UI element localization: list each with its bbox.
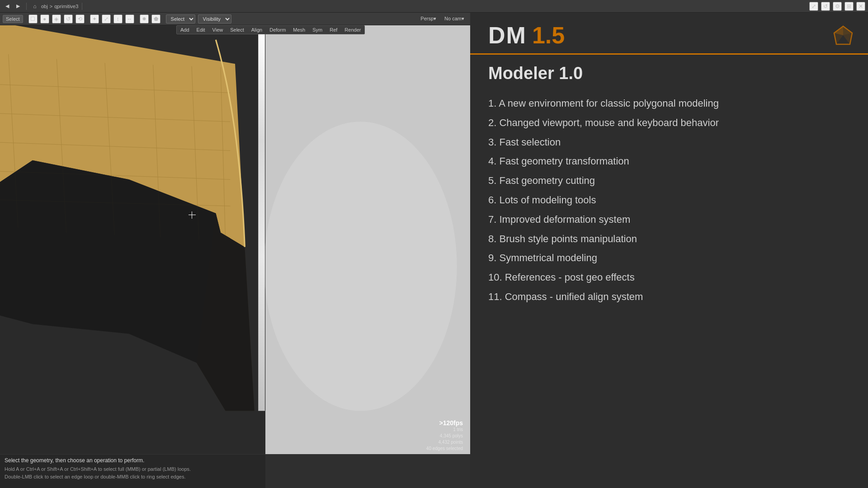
viewport-panel[interactable]: Select ☐ ● ◈ ↺ ⟲ ✦ ⤢ ↕ ↔ ✸ ⬟ Select Visi… — [0, 13, 470, 488]
modeler-title: Modeler 1.0 — [488, 64, 850, 83]
viewport-stats: >120fps 1 tris 4,345 polys 4,432 points … — [426, 419, 463, 452]
rotate-icon[interactable]: ↺ — [64, 14, 73, 23]
menu-align[interactable]: Align — [248, 26, 266, 34]
transform-icon[interactable]: ↕ — [113, 14, 123, 23]
list-item-9: 9. Symmetrical modeling — [488, 249, 850, 268]
move-icon[interactable]: ✦ — [90, 14, 99, 23]
breadcrumb-primitive[interactable]: qprimitive3 — [54, 4, 78, 9]
features-list: 1. A new environment for classic polygon… — [488, 94, 850, 307]
dm-logo: DM 1.5 — [488, 22, 565, 49]
info-body: Modeler 1.0 1. A new environment for cla… — [470, 55, 868, 488]
svg-rect-13 — [258, 25, 265, 411]
close-icon[interactable]: ✕ — [856, 2, 865, 11]
forward-button[interactable]: ▶ — [14, 2, 23, 11]
menu-sym[interactable]: Sym — [309, 26, 326, 34]
info-header: DM 1.5 — [470, 13, 868, 55]
list-item-1: 1. A new environment for classic polygon… — [488, 94, 850, 113]
menu-add[interactable]: Add — [177, 26, 193, 34]
breadcrumb-sep: > — [50, 4, 52, 9]
list-item-3: 3. Fast selection — [488, 133, 850, 152]
list-item-4: 4. Fast geometry transformation — [488, 152, 850, 171]
menu-deform[interactable]: Deform — [266, 26, 289, 34]
menu-ref[interactable]: Ref — [326, 26, 341, 34]
list-item-5: 5. Fast geometry cutting — [488, 171, 850, 191]
viewport-right-buttons: Persp▾ No cam▾ — [417, 14, 467, 23]
app-logo-icon — [832, 24, 854, 47]
persp-button[interactable]: Persp▾ — [417, 14, 439, 23]
list-item-8: 8. Brush style points manipulation — [488, 230, 850, 249]
refresh-icon[interactable]: ↺ — [821, 2, 830, 11]
menu-mesh[interactable]: Mesh — [289, 26, 309, 34]
home-icon[interactable]: ⌂ — [30, 2, 39, 11]
menu-render[interactable]: Render — [341, 26, 364, 34]
nav-arrows: ◀ ▶ — [3, 2, 23, 11]
breadcrumb-obj[interactable]: obj — [41, 4, 48, 9]
poly-icon[interactable]: ◈ — [52, 14, 61, 23]
list-item-6: 6. Lots of modeling tools — [488, 191, 850, 210]
info-panel: DM 1.5 Modeler 1.0 1. A new environment … — [470, 13, 868, 488]
status-main-text: Select the geometry, then choose an oper… — [5, 457, 466, 464]
menu-select[interactable]: Select — [226, 26, 248, 34]
box-icon[interactable]: ☐ — [28, 14, 38, 23]
select-tool-button[interactable]: Select — [3, 15, 23, 23]
select-mode-dropdown[interactable]: Select — [166, 14, 195, 23]
brush-icon[interactable]: ✸ — [140, 14, 149, 23]
scale-icon[interactable]: ⤢ — [102, 14, 111, 23]
status-help-text: Hold A or Ctrl+A or Shift+A or Ctrl+Shif… — [5, 465, 466, 480]
viewport-3d-model — [0, 25, 470, 488]
layout-icon[interactable]: ⊞ — [844, 2, 854, 11]
fps-counter: >120fps — [426, 419, 463, 427]
breadcrumb: ⌂ obj > qprimitive3 — [30, 2, 78, 11]
main-content: Select ☐ ● ◈ ↺ ⟲ ✦ ⤢ ↕ ↔ ✸ ⬟ Select Visi… — [0, 13, 868, 488]
top-toolbar: ◀ ▶ ⌂ obj > qprimitive3 ⤢ ↺ ⚙ ⊞ ✕ — [0, 0, 868, 13]
version-label: 1.5 — [532, 22, 565, 49]
dm-label: DM — [488, 22, 527, 49]
svg-point-15 — [264, 122, 457, 411]
visibility-dropdown[interactable]: Visibility — [198, 14, 231, 23]
viewport-canvas[interactable]: >120fps 1 tris 4,345 polys 4,432 points … — [0, 25, 470, 488]
menu-edit[interactable]: Edit — [193, 26, 209, 34]
paint-icon[interactable]: ⬟ — [151, 14, 160, 23]
list-item-11: 11. Compass - unified align system — [488, 287, 850, 307]
expand-icon[interactable]: ⤢ — [809, 2, 818, 11]
top-right-icons: ⤢ ↺ ⚙ ⊞ ✕ — [809, 2, 865, 11]
list-item-7: 7. Improved deformation system — [488, 210, 850, 230]
circle-icon[interactable]: ● — [40, 14, 49, 23]
settings-icon[interactable]: ⚙ — [833, 2, 842, 11]
list-item-2: 2. Changed viewport, mouse and keyboard … — [488, 113, 850, 133]
menu-view[interactable]: View — [209, 26, 227, 34]
lasso-icon[interactable]: ⟲ — [75, 14, 85, 23]
no-cam-button[interactable]: No cam▾ — [441, 14, 467, 23]
mirror-icon[interactable]: ↔ — [125, 14, 134, 23]
separator-1 — [26, 3, 27, 10]
list-item-10: 10. References - post geo effects — [488, 268, 850, 287]
menu-bar: Add Edit View Select Align Deform Mesh S… — [176, 25, 365, 34]
stats-detail: 1 tris 4,345 polys 4,432 points 40 edges… — [426, 427, 463, 452]
back-button[interactable]: ◀ — [3, 2, 12, 11]
secondary-toolbar: Select ☐ ● ◈ ↺ ⟲ ✦ ⤢ ↕ ↔ ✸ ⬟ Select Visi… — [0, 13, 470, 25]
separator-2 — [82, 3, 82, 10]
status-bar: Select the geometry, then choose an oper… — [0, 454, 470, 488]
